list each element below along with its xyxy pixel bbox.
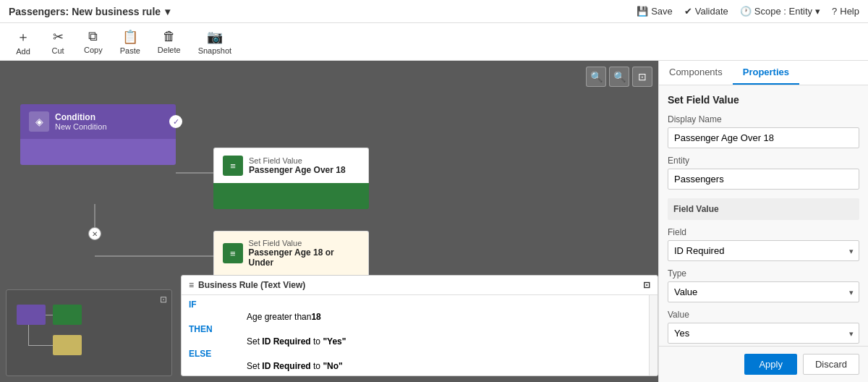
tv-if-keyword: IF [189, 300, 224, 310]
main-area: 🔍 🔍 ⊡ ◈ Condition New Conditi [0, 61, 868, 382]
panel-section-title: Set Field Value [668, 94, 859, 106]
tv-age-value: 18 [311, 312, 320, 322]
sfv1-body [213, 183, 369, 209]
minimap-line2h [28, 345, 53, 346]
condition-title: Condition [55, 112, 107, 122]
paste-icon: 📋 [122, 29, 138, 45]
condition-block[interactable]: ◈ Condition New Condition ✓ [20, 104, 176, 165]
field-value-group-title: Field Value [668, 198, 859, 220]
snapshot-icon: 📷 [207, 29, 223, 45]
snapshot-label: Snapshot [198, 46, 231, 55]
tab-properties-label: Properties [743, 67, 789, 77]
condition-titles: Condition New Condition [55, 112, 107, 131]
minimap-line2v [28, 325, 29, 345]
panel-footer: Apply Discard [659, 346, 868, 382]
field-label: Field [668, 227, 859, 237]
minimap-condition [17, 305, 46, 325]
tab-components[interactable]: Components [659, 61, 733, 85]
sfv1-subtitle: Passenger Age Over 18 [249, 165, 346, 175]
help-action[interactable]: ? Help [832, 6, 859, 17]
text-view-body: IF Age greater than 18 THEN Set ID Requi… [182, 295, 658, 375]
sfv1-title: Set Field Value [249, 156, 346, 165]
tv-row-else: ELSE [189, 349, 650, 359]
delete-button[interactable]: 🗑 Delete [149, 26, 190, 57]
field-select[interactable]: ID Required Name Age [668, 240, 859, 261]
zoom-out-button[interactable]: 🔍 [586, 67, 606, 87]
right-panel: Components Properties Set Field Value Di… [658, 61, 868, 382]
zoom-out-icon: 🔍 [590, 71, 603, 82]
text-view-expand-icon[interactable]: ⊡ [643, 280, 650, 290]
save-icon: 💾 [637, 6, 648, 17]
zoom-in-button[interactable]: 🔍 [609, 67, 629, 87]
field-select-wrapper: ID Required Name Age ▾ [668, 240, 859, 261]
save-action[interactable]: 💾 Save [637, 6, 673, 17]
sfv2-header: ≡ Set Field Value Passenger Age 18 or Un… [213, 231, 369, 275]
fit-button[interactable]: ⊡ [632, 67, 652, 87]
validate-icon: ✔ [684, 6, 692, 17]
zoom-in-icon: 🔍 [613, 71, 626, 82]
type-select[interactable]: Value Formula Reference [668, 281, 859, 302]
cut-icon: ✂ [53, 29, 64, 45]
top-actions: 💾 Save ✔ Validate 🕐 Scope : Entity ▾ ? H… [637, 6, 859, 17]
scope-label: Scope : Entity [754, 6, 812, 17]
tv-then-keyword: THEN [189, 324, 224, 334]
condition-header: ◈ Condition New Condition ✓ [20, 104, 176, 139]
text-view-panel: ≡ Business Rule (Text View) ⊡ IF Age gre… [181, 275, 658, 376]
tv-else-action: Set ID Required to "No" [247, 361, 343, 371]
value-select-wrapper: Yes No ▾ [668, 323, 859, 344]
paste-button[interactable]: 📋 Paste [111, 26, 149, 58]
apply-button[interactable]: Apply [744, 354, 797, 375]
value-label: Value [668, 310, 859, 320]
discard-button[interactable]: Discard [803, 354, 859, 375]
text-view-icon: ≡ [189, 280, 194, 290]
snapshot-button[interactable]: 📷 Snapshot [190, 26, 240, 58]
minimap-line1 [46, 315, 53, 315]
condition-body [20, 139, 176, 165]
type-label: Type [668, 268, 859, 279]
value-select[interactable]: Yes No [668, 323, 859, 344]
display-name-input[interactable] [668, 127, 859, 148]
panel-tabs: Components Properties [659, 61, 868, 85]
sfv1-icon: ≡ [223, 156, 243, 176]
add-label: Add [16, 47, 30, 56]
help-label: Help [840, 6, 859, 17]
remove-button[interactable]: ✕ [88, 227, 101, 240]
sfv1-header: ≡ Set Field Value Passenger Age Over 18 [213, 148, 369, 183]
scope-chevron: ▾ [815, 6, 820, 17]
copy-button[interactable]: ⧉ Copy [75, 26, 111, 57]
tab-properties[interactable]: Properties [733, 61, 799, 85]
tv-else-keyword: ELSE [189, 349, 224, 359]
tv-then-action: Set ID Required to "Yes" [247, 336, 346, 347]
canvas[interactable]: 🔍 🔍 ⊡ ◈ Condition New Conditi [0, 61, 658, 382]
entity-input[interactable] [668, 169, 859, 190]
toolbar: ＋ Add ✂ Cut ⧉ Copy 📋 Paste 🗑 Delete 📷 Sn… [0, 23, 868, 61]
sfv2-subtitle: Passenger Age 18 or Under [249, 247, 360, 268]
cut-label: Cut [51, 46, 64, 55]
tv-row-else-action: Set ID Required to "No" [189, 361, 650, 371]
canvas-toolbar: 🔍 🔍 ⊡ [586, 67, 652, 87]
add-button[interactable]: ＋ Add [6, 25, 41, 59]
sfv2-titles: Set Field Value Passenger Age 18 or Unde… [249, 239, 360, 268]
minimap-sfv1 [53, 305, 82, 325]
tv-row-if: IF [189, 300, 650, 310]
validate-label: Validate [695, 6, 728, 17]
add-icon: ＋ [17, 28, 30, 46]
page-title: Passengers: New business rule [9, 6, 161, 17]
copy-label: Copy [84, 46, 103, 54]
text-view-scrollbar[interactable] [649, 295, 658, 375]
type-select-wrapper: Value Formula Reference ▾ [668, 281, 859, 302]
condition-icon: ◈ [29, 111, 49, 132]
tab-components-label: Components [669, 67, 723, 77]
cut-button[interactable]: ✂ Cut [41, 26, 75, 58]
sfv1-titles: Set Field Value Passenger Age Over 18 [249, 156, 346, 175]
validate-action[interactable]: ✔ Validate [684, 6, 728, 17]
title-chevron[interactable]: ▾ [165, 6, 170, 17]
scope-icon: 🕐 [740, 6, 752, 17]
scope-action[interactable]: 🕐 Scope : Entity ▾ [740, 6, 820, 17]
sfv1-block[interactable]: ≡ Set Field Value Passenger Age Over 18 [213, 148, 369, 209]
text-view-header: ≡ Business Rule (Text View) ⊡ [182, 276, 658, 295]
save-label: Save [651, 6, 673, 17]
entity-label: Entity [668, 156, 859, 166]
minimap-toggle-icon[interactable]: ⊡ [160, 294, 167, 305]
minimap: ⊡ [6, 289, 172, 376]
